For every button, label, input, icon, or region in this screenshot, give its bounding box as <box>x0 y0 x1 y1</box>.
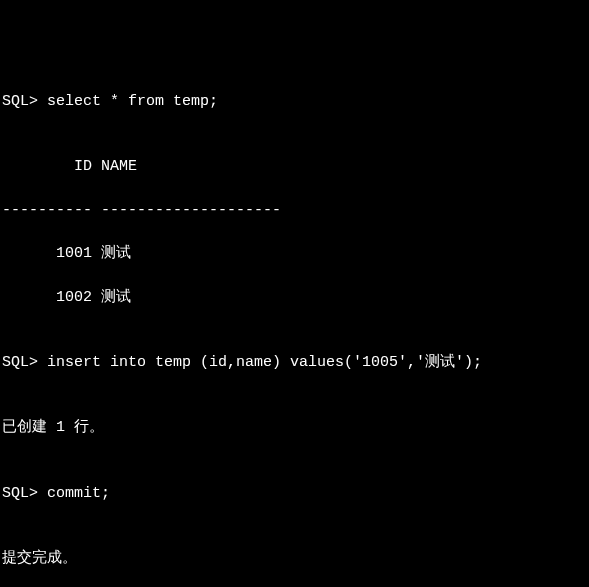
sql-command-line: SQL> commit; <box>2 483 587 505</box>
result-message: 已创建 1 行。 <box>2 417 587 439</box>
sql-command-line: SQL> select * from temp; <box>2 91 587 113</box>
result-row: 1002 测试 <box>2 287 587 309</box>
result-row: 1001 测试 <box>2 243 587 265</box>
sql-command-line: SQL> insert into temp (id,name) values('… <box>2 352 587 374</box>
result-message: 提交完成。 <box>2 548 587 570</box>
column-header: ID NAME <box>2 156 587 178</box>
column-divider: ---------- -------------------- <box>2 200 587 222</box>
